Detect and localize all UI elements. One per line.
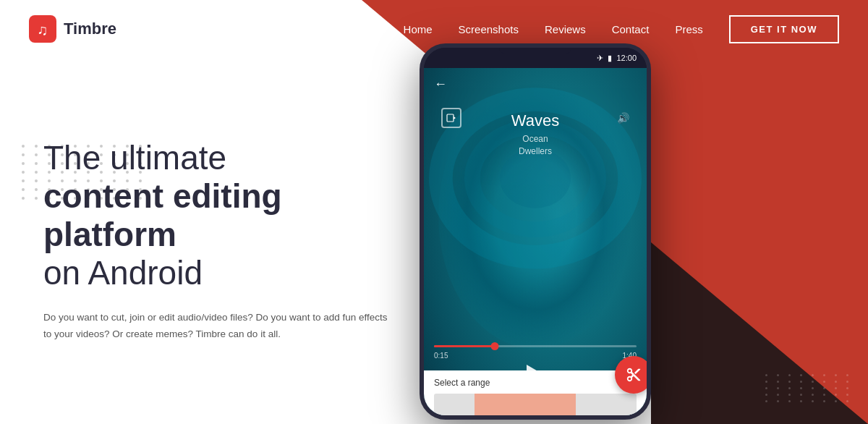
dot-small: [812, 374, 814, 376]
range-end: 1:00: [624, 418, 637, 420]
dot-small: [812, 394, 814, 396]
progress-dot: [491, 342, 499, 350]
dot-small: [765, 394, 767, 396]
back-arrow-icon[interactable]: ←: [434, 77, 447, 92]
dot-small: [800, 400, 802, 402]
logo[interactable]: ♫ Timbre: [29, 15, 116, 43]
dot-small: [777, 381, 779, 383]
dot-small: [823, 381, 825, 383]
select-range-area: Select a range 0:30 1:00: [424, 370, 647, 420]
get-it-now-button[interactable]: GET IT NOW: [729, 15, 839, 43]
hero-title: The ultimate content editing platform on…: [43, 139, 405, 292]
time-labels: 0:15 1:40: [434, 352, 637, 360]
nav-reviews[interactable]: Reviews: [545, 23, 586, 35]
dot-small: [823, 400, 825, 402]
dot-small: [788, 387, 791, 389]
svg-rect-5: [447, 114, 454, 122]
dot-small: [765, 400, 767, 402]
wave-svg: [424, 68, 647, 289]
nav-screenshots[interactable]: Screenshots: [459, 23, 519, 35]
progress-area: 0:15 1:40: [434, 345, 637, 360]
dot-small: [788, 400, 791, 402]
svg-text:♫: ♫: [38, 22, 48, 38]
header: ♫ Timbre Home Screenshots Reviews Contac…: [0, 0, 868, 58]
sound-icon[interactable]: 🔊: [617, 112, 629, 124]
dot-small: [846, 381, 848, 383]
nav-press[interactable]: Press: [675, 23, 702, 35]
dot-small: [812, 400, 814, 402]
dot-small: [823, 374, 825, 376]
dot-small: [765, 374, 767, 376]
dot-small: [800, 387, 802, 389]
select-range-label: Select a range: [434, 378, 637, 388]
dot-small: [777, 374, 779, 376]
logo-icon: ♫: [29, 15, 56, 43]
dot-small: [765, 381, 767, 383]
dot-small: [777, 387, 779, 389]
dot-small: [788, 374, 791, 376]
dot-small: [835, 387, 837, 389]
dot-grid-right-decoration: (function() { const grid = document.quer…: [765, 374, 854, 402]
progress-fill: [434, 345, 495, 347]
phone-screen: ← Waves Ocean Dwellers 🔊: [424, 68, 647, 420]
progress-bar[interactable]: [434, 345, 637, 347]
main-nav: Home Screenshots Reviews Contact Press G…: [404, 15, 839, 43]
hero-title-line1: The ultimate: [43, 139, 226, 177]
dot-small: [812, 387, 814, 389]
dot-small: [800, 394, 802, 396]
dot-small: [777, 400, 779, 402]
nav-contact[interactable]: Contact: [612, 23, 650, 35]
range-fill: [475, 394, 576, 415]
cut-button[interactable]: [615, 356, 647, 394]
dot-small: [846, 387, 848, 389]
hero-title-line4: on Android: [43, 254, 203, 292]
dot-small: [800, 374, 802, 376]
dot-small: [788, 381, 791, 383]
logo-text: Timbre: [64, 20, 116, 38]
range-bar[interactable]: [434, 394, 637, 415]
dot-small: [800, 381, 802, 383]
phone-mockup: ✈ ▮ 12:00 ← Waves Ocean Dwe: [420, 43, 680, 420]
video-icon-svg: [446, 113, 456, 123]
dot-small: [846, 374, 848, 376]
dot-small: [812, 381, 814, 383]
hero-content: The ultimate content editing platform on…: [0, 58, 448, 424]
dot-small: [823, 394, 825, 396]
video-icon[interactable]: [441, 108, 461, 128]
hero-title-bold: content editing platform: [43, 177, 282, 253]
phone-frame: ✈ ▮ 12:00 ← Waves Ocean Dwe: [420, 43, 651, 420]
range-times: 0:30 1:00: [434, 418, 637, 420]
dot-small: [846, 400, 848, 402]
hero-subtitle: Do you want to cut, join or edit audio/v…: [43, 310, 391, 343]
dot-small: [835, 400, 837, 402]
dot-small: [835, 374, 837, 376]
time-current: 0:15: [434, 352, 448, 360]
svg-marker-6: [454, 116, 456, 119]
dot-small: [835, 394, 837, 396]
nav-home[interactable]: Home: [404, 23, 433, 35]
range-start: 0:30: [434, 418, 447, 420]
dot-small: [835, 381, 837, 383]
media-icons: 🔊: [424, 108, 647, 128]
dot-small: [823, 387, 825, 389]
media-artist: Ocean Dwellers: [424, 133, 647, 158]
dot-small: [777, 394, 779, 396]
scissors-icon: [626, 367, 642, 383]
phone-topbar: ←: [424, 68, 647, 100]
dot-small: [846, 394, 848, 396]
dot-small: [765, 387, 767, 389]
dot-small: [788, 394, 791, 396]
